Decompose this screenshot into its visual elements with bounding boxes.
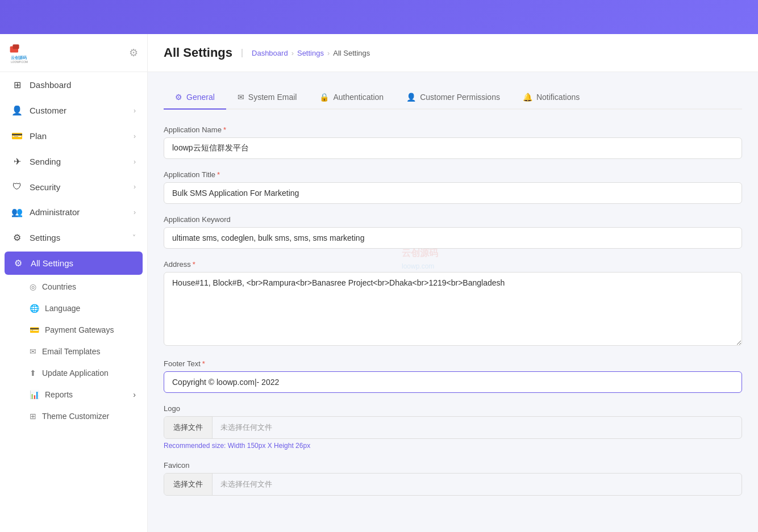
tab-customer-permissions[interactable]: 👤 Customer Permissions bbox=[395, 86, 511, 110]
application-keyword-input[interactable] bbox=[164, 227, 742, 249]
sidebar-sub-item-label: Theme Customizer bbox=[42, 412, 109, 421]
sidebar-settings-icon[interactable]: ⚙ bbox=[129, 47, 138, 59]
breadcrumb-current: All Settings bbox=[333, 49, 370, 57]
logo-image: 云创源码 LOOWP.COM bbox=[9, 42, 36, 64]
sidebar-item-label: Plan bbox=[30, 131, 127, 141]
tab-authentication[interactable]: 🔒 Authentication bbox=[308, 86, 395, 110]
sidebar-item-security[interactable]: 🛡 Security › bbox=[0, 174, 147, 199]
sidebar-item-countries[interactable]: ◎ Countries bbox=[0, 276, 147, 298]
svg-text:LOOWP.COM: LOOWP.COM bbox=[11, 61, 28, 64]
favicon-group: Favicon 选择文件 未选择任何文件 bbox=[164, 461, 742, 496]
required-indicator: * bbox=[217, 170, 220, 179]
language-icon: 🌐 bbox=[30, 304, 39, 313]
footer-text-group: Footer Text * bbox=[164, 359, 742, 393]
sidebar-item-sending[interactable]: ✈ Sending › bbox=[0, 149, 147, 174]
chevron-down-icon: ˅ bbox=[132, 234, 136, 242]
application-keyword-label: Application Keyword bbox=[164, 215, 742, 224]
main-content: All Settings Dashboard › Settings › All … bbox=[148, 34, 758, 532]
breadcrumb-settings[interactable]: Settings bbox=[297, 49, 324, 57]
general-tab-icon: ⚙ bbox=[175, 93, 182, 102]
address-label: Address * bbox=[164, 260, 742, 269]
tab-label: General bbox=[186, 93, 215, 102]
page-header: All Settings Dashboard › Settings › All … bbox=[148, 34, 758, 72]
settings-tabs: ⚙ General ✉ System Email 🔒 Authenticatio… bbox=[164, 86, 742, 110]
tab-general[interactable]: ⚙ General bbox=[164, 86, 226, 110]
topbar bbox=[0, 0, 758, 34]
breadcrumb-dashboard[interactable]: Dashboard bbox=[252, 49, 288, 57]
sidebar-item-all-settings[interactable]: ⚙ All Settings bbox=[5, 252, 143, 275]
sidebar-sub-item-label: Update Application bbox=[42, 368, 109, 378]
sidebar-item-dashboard[interactable]: ⊞ Dashboard bbox=[0, 72, 147, 98]
sidebar-sub-item-label: Countries bbox=[42, 282, 76, 291]
sidebar-sub-item-label: Email Templates bbox=[42, 347, 100, 356]
sidebar-item-label: Security bbox=[30, 182, 127, 192]
breadcrumb-sep-1: › bbox=[291, 49, 294, 57]
logo-file-input: 选择文件 未选择任何文件 bbox=[164, 416, 742, 439]
chevron-right-icon: › bbox=[134, 107, 136, 115]
logo-choose-file-button[interactable]: 选择文件 bbox=[164, 417, 213, 438]
favicon-file-placeholder: 未选择任何文件 bbox=[213, 474, 742, 495]
sidebar-item-language[interactable]: 🌐 Language bbox=[0, 298, 147, 319]
permissions-tab-icon: 👤 bbox=[406, 93, 416, 102]
sidebar: 云创源码 LOOWP.COM ⚙ ⊞ Dashboard 👤 Customer … bbox=[0, 34, 148, 532]
footer-text-input[interactable] bbox=[164, 371, 742, 393]
customer-icon: 👤 bbox=[11, 105, 23, 116]
settings-icon: ⚙ bbox=[11, 232, 23, 243]
application-name-input[interactable] bbox=[164, 137, 742, 159]
update-icon: ⬆ bbox=[30, 368, 36, 378]
sidebar-item-label: Dashboard bbox=[30, 80, 136, 90]
payment-icon: 💳 bbox=[30, 325, 39, 334]
logo-file-placeholder: 未选择任何文件 bbox=[213, 417, 742, 438]
sidebar-item-settings[interactable]: ⚙ Settings ˅ bbox=[0, 225, 147, 250]
tab-system-email[interactable]: ✉ System Email bbox=[226, 86, 309, 110]
tab-label: Notifications bbox=[536, 93, 580, 102]
all-settings-icon: ⚙ bbox=[13, 258, 24, 269]
sidebar-sub-item-label: Payment Gateways bbox=[45, 325, 114, 334]
application-title-label: Application Title * bbox=[164, 170, 742, 179]
required-indicator: * bbox=[202, 359, 205, 368]
plan-icon: 💳 bbox=[11, 131, 23, 141]
chevron-right-icon: › bbox=[134, 183, 136, 191]
sidebar-sub-item-label: Language bbox=[45, 304, 80, 313]
sidebar-navigation: ⊞ Dashboard 👤 Customer › 💳 Plan › ✈ Send… bbox=[0, 72, 147, 532]
sidebar-item-email-templates[interactable]: ✉ Email Templates bbox=[0, 341, 147, 362]
general-settings-form: 云创源码 loowp.com Application Name * Applic… bbox=[164, 125, 742, 496]
reports-icon: 📊 bbox=[30, 390, 39, 399]
page-title: All Settings bbox=[164, 45, 232, 60]
sidebar-item-theme-customizer[interactable]: ⊞ Theme Customizer bbox=[0, 405, 147, 427]
breadcrumb: Dashboard › Settings › All Settings bbox=[241, 49, 370, 57]
sidebar-sub-item-label: Reports bbox=[45, 390, 73, 399]
notifications-tab-icon: 🔔 bbox=[523, 93, 532, 102]
administrator-icon: 👥 bbox=[11, 207, 23, 217]
theme-icon: ⊞ bbox=[30, 412, 36, 421]
footer-text-label: Footer Text * bbox=[164, 359, 742, 368]
sidebar-sub-item-label: All Settings bbox=[31, 258, 135, 268]
sidebar-item-reports[interactable]: 📊 Reports › bbox=[0, 384, 147, 405]
chevron-right-icon: › bbox=[133, 390, 136, 399]
sidebar-logo: 云创源码 LOOWP.COM ⚙ bbox=[0, 34, 147, 72]
application-keyword-group: Application Keyword bbox=[164, 215, 742, 249]
application-title-input[interactable] bbox=[164, 182, 742, 204]
sidebar-item-administrator[interactable]: 👥 Administrator › bbox=[0, 199, 147, 225]
tab-notifications[interactable]: 🔔 Notifications bbox=[511, 86, 591, 110]
address-input[interactable]: House#11, Block#B, <br>Rampura<br>Banasr… bbox=[164, 272, 742, 346]
security-icon: 🛡 bbox=[11, 182, 23, 192]
favicon-file-input: 选择文件 未选择任何文件 bbox=[164, 473, 742, 496]
sidebar-item-customer[interactable]: 👤 Customer › bbox=[0, 98, 147, 123]
favicon-label: Favicon bbox=[164, 461, 742, 470]
chevron-right-icon: › bbox=[134, 158, 136, 166]
sidebar-item-payment-gateways[interactable]: 💳 Payment Gateways bbox=[0, 319, 147, 341]
tab-label: Authentication bbox=[333, 93, 384, 102]
sending-icon: ✈ bbox=[11, 156, 23, 167]
logo-help-text: Recommended size: Width 150px X Height 2… bbox=[164, 442, 742, 450]
tab-label: System Email bbox=[248, 93, 297, 102]
logo-label: Logo bbox=[164, 404, 742, 413]
required-indicator: * bbox=[193, 260, 195, 269]
auth-tab-icon: 🔒 bbox=[319, 93, 329, 102]
sidebar-item-update-application[interactable]: ⬆ Update Application bbox=[0, 362, 147, 384]
sidebar-item-plan[interactable]: 💳 Plan › bbox=[0, 123, 147, 149]
svg-rect-1 bbox=[13, 44, 19, 49]
tab-label: Customer Permissions bbox=[420, 93, 500, 102]
favicon-choose-file-button[interactable]: 选择文件 bbox=[164, 474, 213, 495]
countries-icon: ◎ bbox=[30, 282, 36, 291]
